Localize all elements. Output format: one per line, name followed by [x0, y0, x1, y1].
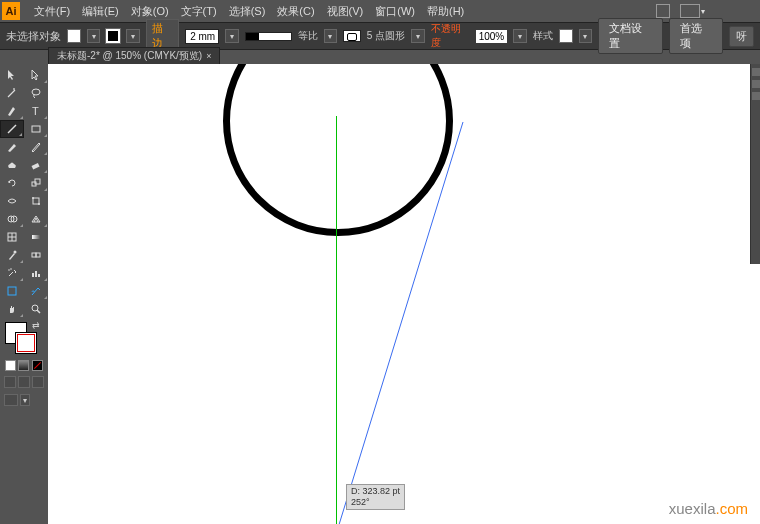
draw-mode-row — [0, 373, 48, 391]
eyedropper-tool[interactable] — [0, 246, 24, 264]
dock-panel-icon[interactable] — [752, 68, 760, 76]
opacity-label[interactable]: 不透明度 — [431, 22, 470, 50]
stroke-dropdown-icon[interactable]: ▾ — [126, 29, 140, 43]
variable-width-dropdown-icon[interactable]: ▾ — [324, 29, 338, 43]
shape-builder-tool[interactable] — [0, 210, 24, 228]
svg-point-9 — [38, 203, 40, 205]
right-dock[interactable] — [750, 64, 760, 264]
selection-tool[interactable] — [0, 66, 24, 84]
direct-selection-tool[interactable] — [24, 66, 48, 84]
svg-point-20 — [10, 268, 12, 270]
lasso-tool[interactable] — [24, 84, 48, 102]
dock-panel-icon[interactable] — [752, 80, 760, 88]
menu-edit[interactable]: 编辑(E) — [76, 4, 125, 19]
svg-rect-18 — [36, 253, 40, 257]
watermark-text: xuexila — [669, 500, 716, 517]
swap-colors-icon[interactable]: ⇄ — [32, 320, 42, 330]
menu-window[interactable]: 窗口(W) — [369, 4, 421, 19]
arrange-icon[interactable]: ▾ — [680, 4, 700, 18]
menu-effect[interactable]: 效果(C) — [271, 4, 320, 19]
circle-shape[interactable] — [223, 64, 453, 236]
brush-dropdown-icon[interactable]: ▾ — [411, 29, 425, 43]
style-swatch[interactable] — [559, 29, 573, 43]
eraser-tool[interactable] — [24, 156, 48, 174]
zoom-tool[interactable] — [24, 300, 48, 318]
menu-select[interactable]: 选择(S) — [223, 4, 272, 19]
magic-wand-tool[interactable] — [0, 84, 24, 102]
screen-mode-icon[interactable] — [4, 394, 18, 406]
pencil-tool[interactable] — [24, 138, 48, 156]
opacity-field[interactable]: 100% — [476, 30, 508, 43]
column-graph-tool[interactable] — [24, 264, 48, 282]
more-button[interactable]: 呀 — [729, 26, 754, 47]
brush-label: 5 点圆形 — [367, 29, 405, 43]
workspace: T ⇄ — [0, 64, 760, 524]
preferences-button[interactable]: 首选项 — [669, 18, 723, 54]
width-tool[interactable] — [0, 192, 24, 210]
blend-tool[interactable] — [24, 246, 48, 264]
rotate-tool[interactable] — [0, 174, 24, 192]
fill-dropdown-icon[interactable]: ▾ — [87, 29, 101, 43]
menu-view[interactable]: 视图(V) — [321, 4, 370, 19]
stroke-weight-dropdown-icon[interactable]: ▾ — [225, 29, 239, 43]
layout-icon[interactable] — [656, 4, 670, 18]
slice-tool[interactable] — [24, 282, 48, 300]
svg-rect-21 — [32, 273, 34, 277]
mesh-tool[interactable] — [0, 228, 24, 246]
vertical-guide — [336, 116, 337, 524]
screen-mode-row: ▾ — [0, 391, 48, 409]
svg-rect-3 — [32, 126, 40, 132]
document-tab-label: 未标题-2* @ 150% (CMYK/预览) — [57, 49, 202, 63]
document-tab[interactable]: 未标题-2* @ 150% (CMYK/预览) × — [48, 47, 220, 64]
gradient-color-icon[interactable] — [18, 360, 29, 371]
style-dropdown-icon[interactable]: ▾ — [579, 29, 593, 43]
variable-width-preview[interactable] — [245, 32, 292, 41]
stroke-swatch[interactable] — [106, 29, 120, 43]
svg-line-26 — [37, 310, 40, 313]
none-color-icon[interactable] — [32, 360, 43, 371]
menu-file[interactable]: 文件(F) — [28, 4, 76, 19]
svg-point-19 — [8, 269, 10, 271]
svg-rect-15 — [32, 235, 40, 239]
artboard-tool[interactable] — [0, 282, 24, 300]
type-tool[interactable]: T — [24, 102, 48, 120]
line-segment-tool[interactable] — [0, 120, 24, 138]
hand-tool[interactable] — [0, 300, 24, 318]
svg-line-2 — [8, 125, 16, 133]
svg-point-0 — [32, 89, 40, 95]
perspective-grid-tool[interactable] — [24, 210, 48, 228]
paintbrush-tool[interactable] — [0, 138, 24, 156]
menu-type[interactable]: 文字(T) — [175, 4, 223, 19]
pen-tool[interactable] — [0, 102, 24, 120]
rectangle-tool[interactable] — [24, 120, 48, 138]
screen-mode-dropdown-icon[interactable]: ▾ — [20, 394, 30, 406]
draw-normal-icon[interactable] — [4, 376, 16, 388]
stroke-weight-field[interactable]: 2 mm — [185, 29, 219, 44]
svg-point-16 — [14, 251, 17, 254]
draw-behind-icon[interactable] — [18, 376, 30, 388]
opacity-dropdown-icon[interactable]: ▾ — [513, 29, 527, 43]
color-picker[interactable]: ⇄ — [0, 318, 48, 358]
watermark: xuexila.com — [669, 500, 748, 518]
svg-rect-7 — [33, 198, 39, 204]
canvas[interactable]: D: 323.82 pt 252° — [48, 64, 760, 524]
symbol-sprayer-tool[interactable] — [0, 264, 24, 282]
dock-panel-icon[interactable] — [752, 92, 760, 100]
brush-preview[interactable] — [343, 30, 361, 42]
measurement-angle: 252° — [351, 497, 400, 508]
menu-object[interactable]: 对象(O) — [125, 4, 175, 19]
style-label: 样式 — [533, 29, 553, 43]
solid-color-icon[interactable] — [5, 360, 16, 371]
document-setup-button[interactable]: 文档设置 — [598, 18, 663, 54]
fill-swatch[interactable] — [67, 29, 81, 43]
menu-help[interactable]: 帮助(H) — [421, 4, 470, 19]
blob-brush-tool[interactable] — [0, 156, 24, 174]
stroke-color[interactable] — [15, 332, 37, 354]
svg-rect-24 — [8, 287, 16, 295]
free-transform-tool[interactable] — [24, 192, 48, 210]
svg-text:T: T — [32, 105, 39, 117]
gradient-tool[interactable] — [24, 228, 48, 246]
scale-tool[interactable] — [24, 174, 48, 192]
draw-inside-icon[interactable] — [32, 376, 44, 388]
close-icon[interactable]: × — [206, 51, 211, 61]
